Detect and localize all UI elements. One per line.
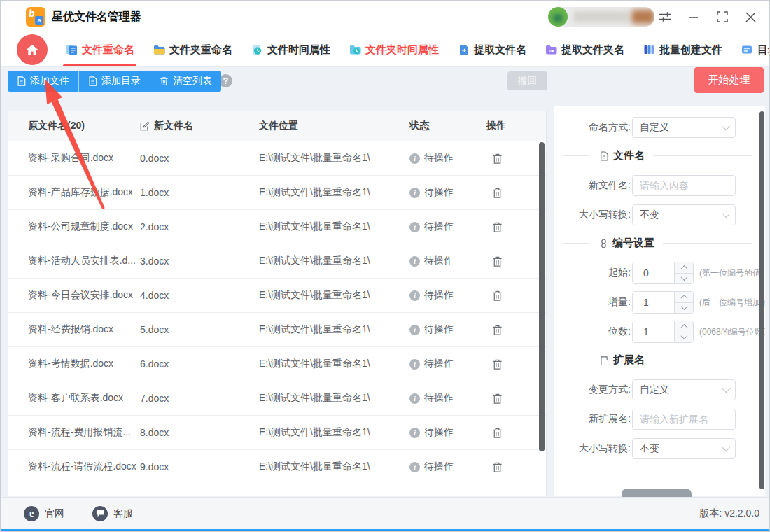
info-icon: i xyxy=(410,222,420,232)
clear-list-button[interactable]: 清空列表 xyxy=(150,71,221,92)
delete-row-button[interactable] xyxy=(492,496,503,497)
extension-case-select[interactable]: 不变 xyxy=(632,438,736,459)
toolbar-button-group: 添加文件 添加目录 清空列表 xyxy=(8,71,221,92)
trash-icon xyxy=(492,461,503,473)
tab-file-time-attr[interactable]: 文件时间属性 xyxy=(241,33,340,66)
chevron-down-icon xyxy=(680,332,687,340)
file-time-icon xyxy=(251,44,263,55)
spinner-up-button[interactable] xyxy=(675,262,693,273)
home-button[interactable] xyxy=(17,34,48,65)
numbering-icon xyxy=(600,239,608,248)
start-number-value: 0 xyxy=(633,262,674,284)
settings-icon xyxy=(659,10,672,23)
new-extension-input[interactable] xyxy=(632,409,736,430)
tab-file-rename[interactable]: 文件重命名 xyxy=(56,33,144,66)
delete-row-button[interactable] xyxy=(492,255,503,267)
batch-create-icon xyxy=(643,44,655,55)
tab-merge-extract[interactable]: 目录文件合并/提取 xyxy=(732,33,770,66)
add-folder-button[interactable]: 添加目录 xyxy=(78,71,150,92)
digits-spinner[interactable]: 1 xyxy=(632,321,694,343)
table-row: 资料-流程-请假流程.docx9.docxE:\测试文件\批量重命名1\i待操作 xyxy=(8,450,546,484)
trash-icon xyxy=(492,153,503,164)
delete-row-button[interactable] xyxy=(492,358,503,370)
footer-bar: e 官网 客服 版本: v2.2.0.0 xyxy=(1,497,769,529)
naming-method-value: 自定义 xyxy=(640,121,722,134)
folder-time-icon xyxy=(349,44,361,55)
chevron-down-icon xyxy=(722,385,730,393)
original-filename: 资料-流程-请假流程.docx xyxy=(28,461,140,473)
tab-label: 文件时间属性 xyxy=(267,43,330,57)
tab-folder-time-attr[interactable]: 文件夹时间属性 xyxy=(340,33,448,66)
file-location: E:\测试文件\批量重命名1\ xyxy=(259,186,410,199)
header-status: 状态 xyxy=(410,120,486,132)
tab-batch-create-file[interactable]: 批量创建文件 xyxy=(634,33,732,66)
file-location: E:\测试文件\批量重命名1\ xyxy=(259,152,410,164)
customer-service-link[interactable]: 客服 xyxy=(92,506,133,522)
close-button[interactable] xyxy=(743,9,758,24)
delete-row-button[interactable] xyxy=(492,187,503,199)
app-window: ba 星优文件名管理器 xyxy=(0,0,770,532)
table-row: 资料-今日会议安排.docx4.docxE:\测试文件\批量重命名1\i待操作 xyxy=(8,279,546,313)
trash-icon xyxy=(492,324,503,336)
tab-extract-file-name[interactable]: 提取文件名 xyxy=(448,33,536,66)
tab-extract-folder-name[interactable]: 提取文件夹名 xyxy=(536,33,634,66)
table-row: 资料-活动人员安排表.d...3.docxE:\测试文件\批量重命名1\i待操作 xyxy=(8,244,546,279)
settings-button[interactable] xyxy=(657,9,673,24)
delete-row-button[interactable] xyxy=(492,324,503,336)
spinner-down-button[interactable] xyxy=(675,302,693,314)
change-method-select[interactable]: 自定义 xyxy=(632,379,736,400)
extension-section-title: 扩展名 xyxy=(613,354,645,367)
start-number-label: 起始: xyxy=(554,267,631,279)
extension-case-value: 不变 xyxy=(640,442,722,455)
naming-method-select[interactable]: 自定义 xyxy=(632,117,736,138)
undo-button[interactable]: 撤回 xyxy=(507,71,547,90)
start-number-spinner[interactable]: 0 xyxy=(632,262,694,284)
status-text: 待操作 xyxy=(424,220,454,233)
spinner-up-button[interactable] xyxy=(675,292,693,302)
digits-value: 1 xyxy=(633,321,674,342)
start-number-note: (第一位编号的值) xyxy=(699,267,764,279)
status-text: 待操作 xyxy=(424,426,454,439)
new-filename-input[interactable] xyxy=(632,175,736,196)
delete-row-button[interactable] xyxy=(492,461,503,473)
table-body: 资料-采购合同.docx0.docxE:\测试文件\批量重命名1\i待操作资料-… xyxy=(8,141,546,496)
delete-row-button[interactable] xyxy=(492,393,503,405)
spinner-up-button[interactable] xyxy=(675,321,693,332)
chevron-down-icon xyxy=(722,210,730,218)
increment-spinner[interactable]: 1 xyxy=(632,291,694,314)
edit-icon xyxy=(140,121,150,131)
user-account[interactable] xyxy=(548,7,654,27)
original-filename: 资料-公司规章制度.docx xyxy=(28,220,140,233)
original-filename: 资料-客户联系表.docx xyxy=(28,392,140,405)
info-icon: i xyxy=(410,153,420,164)
filename-case-select[interactable]: 不变 xyxy=(632,204,736,225)
minimize-button[interactable] xyxy=(685,9,701,24)
add-file-button[interactable]: 添加文件 xyxy=(8,71,78,92)
official-site-link[interactable]: e 官网 xyxy=(24,506,64,522)
trash-icon xyxy=(492,255,503,267)
delete-row-button[interactable] xyxy=(492,290,503,302)
status-text: 待操作 xyxy=(424,323,454,336)
table-header-row: 原文件名(20) 新文件名 文件位置 状态 操作 xyxy=(8,111,546,141)
status-text: 待操作 xyxy=(424,152,454,164)
chevron-up-icon xyxy=(680,295,687,302)
delete-row-button[interactable] xyxy=(492,427,503,439)
maximize-button[interactable] xyxy=(715,9,730,24)
tab-folder-rename[interactable]: 文件夹重命名 xyxy=(144,33,241,66)
info-icon: i xyxy=(410,256,420,267)
tab-bar: 文件重命名文件夹重命名文件时间属性文件夹时间属性提取文件名提取文件夹名批量创建文… xyxy=(1,33,769,67)
table-scrollbar-thumb[interactable] xyxy=(539,142,545,451)
original-filename: 资料-产品库存数据.docx xyxy=(28,186,140,199)
spinner-down-button[interactable] xyxy=(675,332,693,343)
file-icon xyxy=(600,151,608,161)
original-filename: 资料-采购合同.docx xyxy=(28,152,140,164)
spinner-down-button[interactable] xyxy=(675,273,693,284)
delete-row-button[interactable] xyxy=(492,221,503,233)
status-text: 待操作 xyxy=(424,289,454,302)
delete-row-button[interactable] xyxy=(492,153,503,164)
tab-label: 文件夹时间属性 xyxy=(365,43,439,57)
start-process-button[interactable]: 开始处理 xyxy=(694,67,764,93)
change-method-value: 自定义 xyxy=(640,384,722,396)
add-file-label: 添加文件 xyxy=(30,75,69,88)
panel-scrollbar-thumb[interactable] xyxy=(760,111,764,489)
